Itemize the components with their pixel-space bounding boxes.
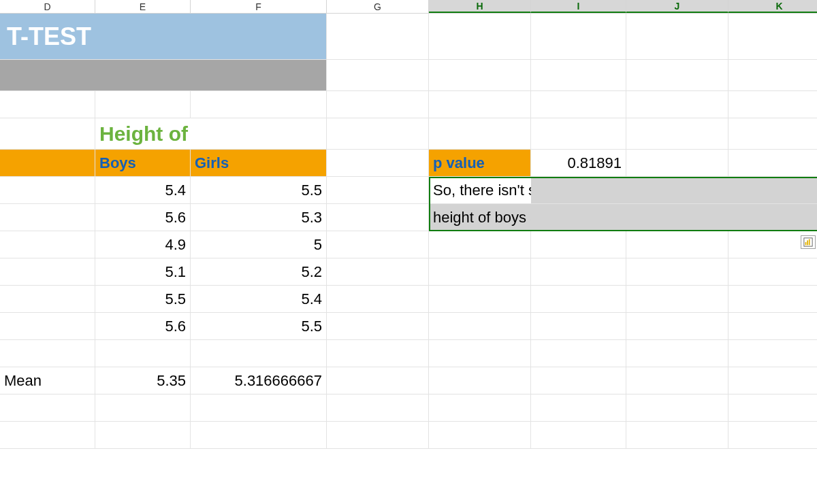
cell[interactable] [626,60,728,91]
cell[interactable] [728,14,817,60]
cell[interactable] [728,394,817,422]
cell[interactable] [327,91,429,118]
cell[interactable] [327,367,429,394]
section-title-cell[interactable]: Height of Students (In) [95,118,191,150]
cell[interactable] [728,150,817,177]
cell[interactable] [531,258,626,286]
cell[interactable] [728,60,817,91]
cell[interactable] [429,422,531,449]
col-header-J[interactable]: J [626,0,728,13]
cell[interactable] [626,422,728,449]
cell[interactable] [531,60,626,91]
cell[interactable] [0,313,95,340]
cell[interactable] [626,204,728,231]
cell[interactable] [531,177,626,204]
col-header-F[interactable]: F [191,0,327,13]
mean-label-cell[interactable]: Mean [0,367,95,394]
cell[interactable] [429,286,531,313]
cell[interactable] [531,394,626,422]
cell[interactable] [95,394,191,422]
cell[interactable] [95,60,191,91]
cell[interactable] [728,258,817,286]
cell[interactable] [327,286,429,313]
cell[interactable] [429,367,531,394]
cell[interactable] [0,231,95,258]
cell[interactable] [327,14,429,60]
explanation-cell-line1[interactable]: So, there isn't significance between [429,177,531,204]
cell[interactable] [626,286,728,313]
cell[interactable] [531,231,626,258]
cell[interactable] [728,340,817,367]
boys-val-6[interactable]: 5.6 [95,313,191,340]
girls-val-3[interactable]: 5 [191,231,327,258]
quick-analysis-icon[interactable] [801,235,816,249]
cell[interactable] [191,118,327,150]
col-header-K[interactable]: K [728,0,817,13]
cell[interactable] [429,60,531,91]
boys-val-5[interactable]: 5.5 [95,286,191,313]
cell[interactable] [429,14,531,60]
cell[interactable] [95,422,191,449]
pvalue-value-cell[interactable]: 0.81891 [531,150,626,177]
cell[interactable] [191,340,327,367]
cell[interactable] [728,286,817,313]
cell[interactable] [327,204,429,231]
cell[interactable] [728,204,817,231]
col-header-E[interactable]: E [95,0,191,13]
cell[interactable] [626,394,728,422]
cell[interactable] [0,177,95,204]
cell[interactable] [728,91,817,118]
girls-val-4[interactable]: 5.2 [191,258,327,286]
cell[interactable] [531,422,626,449]
cell[interactable] [0,91,95,118]
cell[interactable] [327,118,429,150]
cell[interactable] [95,91,191,118]
cell[interactable] [626,231,728,258]
cell[interactable] [728,367,817,394]
cell[interactable] [327,150,429,177]
cell[interactable] [429,313,531,340]
girls-val-6[interactable]: 5.5 [191,313,327,340]
cell[interactable] [327,422,429,449]
cell[interactable] [626,91,728,118]
cell[interactable] [0,60,95,91]
subheader-boys[interactable]: Boys [95,150,191,177]
cell[interactable] [327,177,429,204]
col-header-I[interactable]: I [531,0,626,13]
col-header-G[interactable]: G [327,0,429,13]
explanation-cell-line2[interactable]: height of boys and girls [429,204,531,231]
cell[interactable] [626,367,728,394]
cell[interactable] [327,231,429,258]
cell[interactable] [531,204,626,231]
pvalue-label-cell[interactable]: p value [429,150,531,177]
cell[interactable] [626,14,728,60]
cell[interactable] [191,60,327,91]
cell[interactable] [626,150,728,177]
mean-girls-cell[interactable]: 5.316666667 [191,367,327,394]
cell[interactable] [531,91,626,118]
cell[interactable] [327,60,429,91]
cell[interactable] [728,177,817,204]
cell[interactable] [327,313,429,340]
girls-val-1[interactable]: 5.5 [191,177,327,204]
cell[interactable] [626,313,728,340]
cell[interactable] [531,367,626,394]
cell[interactable] [0,258,95,286]
boys-val-3[interactable]: 4.9 [95,231,191,258]
cell[interactable] [531,313,626,340]
cell[interactable] [191,422,327,449]
title-cell[interactable]: T-TEST [0,14,95,60]
cell[interactable] [191,14,327,60]
cell[interactable] [0,204,95,231]
cell[interactable] [0,118,95,150]
cell[interactable] [0,340,95,367]
girls-val-5[interactable]: 5.4 [191,286,327,313]
cell[interactable] [626,258,728,286]
cell[interactable] [95,340,191,367]
cell[interactable] [191,394,327,422]
cell[interactable] [429,258,531,286]
cell[interactable] [728,118,817,150]
cell[interactable] [429,231,531,258]
boys-val-2[interactable]: 5.6 [95,204,191,231]
cell[interactable] [0,286,95,313]
